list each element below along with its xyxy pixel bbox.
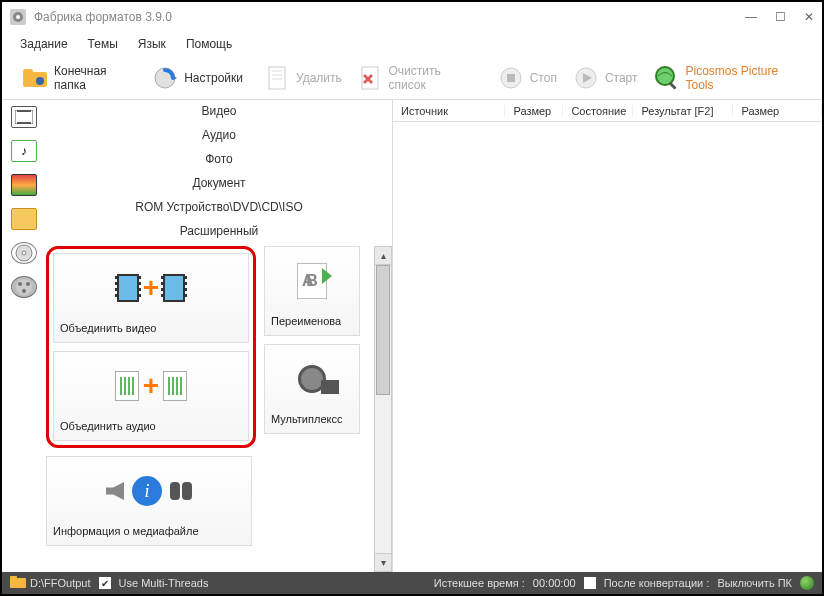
film-icon [163,274,185,302]
sidebar-photo-icon[interactable] [11,174,37,196]
sidebar-video-icon[interactable] [11,106,37,128]
category-audio[interactable]: Аудио [202,128,236,142]
menu-help[interactable]: Помощь [186,37,232,51]
menu-themes[interactable]: Темы [88,37,118,51]
app-icon [10,9,26,25]
toolbar: Конечная папка Настройки Удалить Очистит… [2,56,822,100]
column-state[interactable]: Состояние [563,105,633,117]
column-source[interactable]: Источник [393,105,505,117]
scroll-thumb[interactable] [376,265,390,395]
category-rom[interactable]: ROM Устройство\DVD\CD\ISO [135,200,302,214]
stop-icon [498,65,524,91]
close-button[interactable]: ✕ [804,10,814,24]
svg-point-24 [22,251,26,255]
category-list: Видео Аудио Фото Документ ROM Устройство… [46,100,392,246]
elapsed-value: 00:00:00 [533,577,576,589]
picosmos-button[interactable]: Picosmos Picture Tools [648,62,808,94]
audio-file-icon [115,371,139,401]
svg-rect-20 [15,110,33,124]
svg-rect-21 [17,110,31,112]
media-info-tile[interactable]: i Информация о медиафайле [46,456,252,546]
sidebar-disc-icon[interactable] [11,242,37,264]
audio-file-icon [163,371,187,401]
column-size[interactable]: Размер [505,105,563,117]
sidebar-audio-icon[interactable]: ♪ [11,140,37,162]
title-bar: Фабрика форматов 3.9.0 — ☐ ✕ [2,2,822,32]
column-headers: Источник Размер Состояние Результат [F2]… [393,100,822,122]
svg-point-27 [26,282,30,286]
svg-point-26 [18,282,22,286]
film-icon [117,274,139,302]
column-result[interactable]: Результат [F2] [633,105,733,117]
column-size2[interactable]: Размер [733,105,822,117]
elapsed-label: Истекшее время : [434,577,525,589]
sidebar-document-icon[interactable] [11,208,37,230]
status-indicator-icon [800,576,814,590]
sidebar-advanced-icon[interactable] [11,276,37,298]
clear-list-button[interactable]: Очистить список [352,62,483,94]
category-advanced[interactable]: Расширенный [180,224,259,238]
file-list-pane: Источник Размер Состояние Результат [F2]… [392,100,822,572]
mux-tile[interactable]: Мультиплексс [264,344,360,434]
svg-point-28 [22,289,26,293]
start-icon [573,65,599,91]
maximize-button[interactable]: ☐ [775,10,786,24]
tiles-area: + Объединить видео + [46,246,370,572]
svg-rect-7 [269,67,285,89]
scroll-up-button[interactable]: ▴ [375,247,391,265]
stop-button[interactable]: Стоп [492,63,563,93]
center-column: Видео Аудио Фото Документ ROM Устройство… [46,100,392,572]
menu-task[interactable]: Задание [20,37,68,51]
status-path[interactable]: D:\FFOutput [30,577,91,589]
scroll-track[interactable] [375,265,391,553]
multithreads-label: Use Multi-Threads [119,577,209,589]
delete-button[interactable]: Удалить [258,63,348,93]
svg-rect-3 [23,69,33,75]
menu-bar: Задание Темы Язык Помощь [2,32,822,56]
category-document[interactable]: Документ [192,176,245,190]
merge-audio-tile[interactable]: + Объединить аудио [53,351,249,441]
speaker-icon [106,482,124,500]
plus-icon: + [143,272,159,304]
after-convert-label: После конвертации : [604,577,710,589]
picosmos-icon [654,65,680,91]
menu-language[interactable]: Язык [138,37,166,51]
status-bar: D:\FFOutput ✔ Use Multi-Threads Истекшее… [2,572,822,594]
output-folder-button[interactable]: Конечная папка [16,62,142,94]
tiles-scrollbar[interactable]: ▴ ▾ [374,246,392,572]
svg-rect-19 [668,82,676,90]
after-convert-value: Выключить ПК [717,577,792,589]
category-photo[interactable]: Фото [205,152,233,166]
delete-icon [264,65,290,91]
mux-icon [298,365,326,393]
minimize-button[interactable]: — [745,10,757,24]
multithreads-checkbox[interactable]: ✔ [99,577,111,589]
rename-icon: BA [297,263,327,299]
svg-rect-30 [10,576,17,580]
binoculars-icon [170,482,192,500]
svg-rect-22 [17,122,31,124]
after-convert-checkbox[interactable] [584,577,596,589]
sidebar: ♪ [2,100,46,572]
clear-icon [358,65,383,91]
settings-button[interactable]: Настройки [146,63,249,93]
plus-icon: + [143,370,159,402]
folder-icon [22,65,48,91]
rename-tile[interactable]: BA Переименова [264,246,360,336]
info-icon: i [132,476,162,506]
merge-video-tile[interactable]: + Объединить видео [53,253,249,343]
svg-point-1 [16,15,20,19]
start-button[interactable]: Старт [567,63,644,93]
svg-rect-15 [507,74,515,82]
status-folder-icon[interactable] [10,576,26,590]
file-list[interactable] [393,122,822,572]
scroll-down-button[interactable]: ▾ [375,553,391,571]
svg-point-4 [36,77,44,85]
window-title: Фабрика форматов 3.9.0 [34,10,745,24]
highlighted-merge-group: + Объединить видео + [46,246,256,448]
gear-icon [152,65,178,91]
category-video[interactable]: Видео [201,104,236,118]
